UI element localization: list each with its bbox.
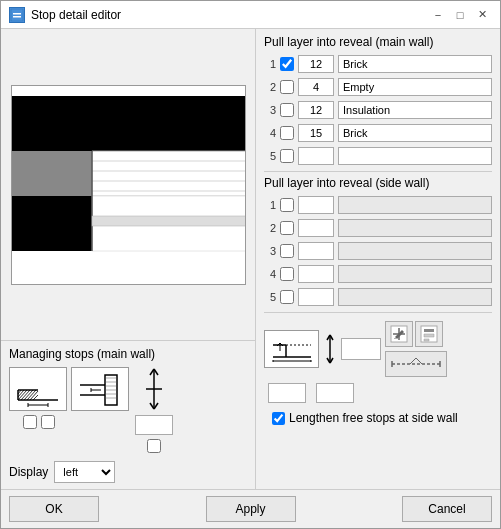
side-layer-table: 12345 xyxy=(264,194,492,308)
stop-icon-2[interactable] xyxy=(71,367,129,411)
display-label: Display xyxy=(9,465,48,479)
side-layer-row-4: 4 xyxy=(264,263,492,285)
stop-btn-col xyxy=(385,321,447,377)
stop-check-2[interactable] xyxy=(41,415,55,429)
main-layer-row-1: 1 xyxy=(264,53,492,75)
main-layer-value-1[interactable] xyxy=(298,55,334,73)
stop-icon-1[interactable] xyxy=(9,367,67,411)
display-row: Display left right center xyxy=(9,459,247,485)
side-layer-num-3: 3 xyxy=(264,245,276,257)
side-layer-row-1: 1 xyxy=(264,194,492,216)
stop-controls: 24 xyxy=(264,321,492,429)
side-wall-title: Pull layer into reveal (side wall) xyxy=(264,176,492,190)
main-layer-row-4: 4 xyxy=(264,122,492,144)
main-layer-check-5[interactable] xyxy=(280,149,294,163)
minimize-button[interactable]: − xyxy=(428,6,448,24)
apply-button[interactable]: Apply xyxy=(206,496,296,522)
stop-check-3[interactable] xyxy=(147,439,161,453)
side-layer-row-3: 3 xyxy=(264,240,492,262)
stop-check-1[interactable] xyxy=(23,415,37,429)
stop-icon-btn-3[interactable] xyxy=(385,351,447,377)
small-inputs-row: 10 10 xyxy=(264,383,492,403)
main-layer-value-5[interactable] xyxy=(298,147,334,165)
stop-icon-btn-1[interactable] xyxy=(385,321,413,347)
preview-area xyxy=(1,29,255,340)
main-wall-title: Pull layer into reveal (main wall) xyxy=(264,35,492,49)
display-select[interactable]: left right center xyxy=(54,461,115,483)
side-layer-value-2[interactable] xyxy=(298,219,334,237)
svg-line-70 xyxy=(410,358,416,364)
side-layer-num-2: 2 xyxy=(264,222,276,234)
main-layer-row-3: 3 xyxy=(264,99,492,121)
side-layer-label-4[interactable] xyxy=(338,265,492,283)
main-layer-value-3[interactable] xyxy=(298,101,334,119)
side-layer-check-2[interactable] xyxy=(280,221,294,235)
side-layer-row-2: 2 xyxy=(264,217,492,239)
main-wall-section: Pull layer into reveal (main wall) 12345 xyxy=(264,35,492,167)
svg-rect-2 xyxy=(13,16,21,18)
main-layer-num-2: 2 xyxy=(264,81,276,93)
stop-height-input[interactable]: 0 xyxy=(135,415,173,435)
main-layer-num-1: 1 xyxy=(264,58,276,70)
side-layer-value-1[interactable] xyxy=(298,196,334,214)
side-layer-value-4[interactable] xyxy=(298,265,334,283)
side-layer-label-5[interactable] xyxy=(338,288,492,306)
main-layer-value-4[interactable] xyxy=(298,124,334,142)
main-layer-num-4: 4 xyxy=(264,127,276,139)
titlebar-controls: − □ ✕ xyxy=(428,6,492,24)
main-layer-check-2[interactable] xyxy=(280,80,294,94)
vertical-arrow-icon xyxy=(323,333,337,365)
main-layer-value-2[interactable] xyxy=(298,78,334,96)
side-layer-label-1[interactable] xyxy=(338,196,492,214)
right-column: Pull layer into reveal (main wall) 12345… xyxy=(256,29,500,489)
svg-rect-5 xyxy=(12,151,92,196)
side-layer-row-5: 5 xyxy=(264,286,492,308)
side-wall-section: Pull layer into reveal (side wall) 12345 xyxy=(264,176,492,308)
main-layer-check-4[interactable] xyxy=(280,126,294,140)
main-layer-num-5: 5 xyxy=(264,150,276,162)
main-layer-label-3[interactable] xyxy=(338,101,492,119)
managing-stops-section: Managing stops (main wall) xyxy=(1,340,255,489)
main-layout: Managing stops (main wall) xyxy=(1,29,500,489)
main-layer-label-4[interactable] xyxy=(338,124,492,142)
stop-input-1[interactable]: 10 xyxy=(268,383,306,403)
main-layer-label-2[interactable] xyxy=(338,78,492,96)
maximize-button[interactable]: □ xyxy=(450,6,470,24)
side-layer-label-3[interactable] xyxy=(338,242,492,260)
managing-stops-title: Managing stops (main wall) xyxy=(9,347,247,361)
stop-size-input[interactable]: 24 xyxy=(341,338,381,360)
close-button[interactable]: ✕ xyxy=(472,6,492,24)
side-layer-check-5[interactable] xyxy=(280,290,294,304)
side-layer-check-4[interactable] xyxy=(280,267,294,281)
main-layer-label-5[interactable] xyxy=(338,147,492,165)
side-layer-num-1: 1 xyxy=(264,199,276,211)
side-layer-value-3[interactable] xyxy=(298,242,334,260)
lengthen-label: Lengthen free stops at side wall xyxy=(289,411,458,425)
cancel-button[interactable]: Cancel xyxy=(402,496,492,522)
window-title: Stop detail editor xyxy=(31,8,121,22)
side-layer-value-5[interactable] xyxy=(298,288,334,306)
lengthen-checkbox[interactable] xyxy=(272,412,285,425)
titlebar: Stop detail editor − □ ✕ xyxy=(1,1,500,29)
svg-line-20 xyxy=(18,390,24,397)
stop-large-icon[interactable] xyxy=(264,330,319,368)
lengthen-row: Lengthen free stops at side wall xyxy=(264,409,492,429)
side-layer-num-5: 5 xyxy=(264,291,276,303)
ok-button[interactable]: OK xyxy=(9,496,99,522)
side-layer-check-3[interactable] xyxy=(280,244,294,258)
stop-input-2[interactable]: 10 xyxy=(316,383,354,403)
svg-line-71 xyxy=(416,358,422,364)
side-layer-check-1[interactable] xyxy=(280,198,294,212)
svg-rect-12 xyxy=(12,196,92,251)
svg-rect-1 xyxy=(13,13,21,15)
window: Stop detail editor − □ ✕ xyxy=(0,0,501,529)
stop-controls-row: 24 xyxy=(264,321,492,377)
main-layer-check-1[interactable] xyxy=(280,57,294,71)
stop-icon-btn-2[interactable] xyxy=(415,321,443,347)
svg-rect-0 xyxy=(11,9,23,21)
side-layer-label-2[interactable] xyxy=(338,219,492,237)
main-layer-label-1[interactable] xyxy=(338,55,492,73)
main-layer-row-2: 2 xyxy=(264,76,492,98)
wall-preview-svg xyxy=(12,86,246,285)
main-layer-check-3[interactable] xyxy=(280,103,294,117)
